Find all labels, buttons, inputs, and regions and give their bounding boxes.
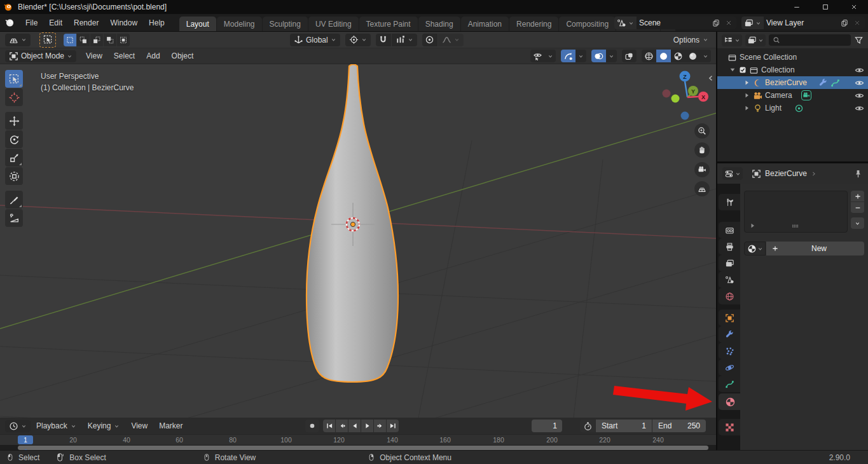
tab-rendering[interactable]: Rendering	[509, 17, 558, 31]
zoom-button[interactable]	[694, 123, 710, 139]
gizmos-dropdown[interactable]	[575, 50, 586, 62]
sidebar-collapse-icon[interactable]	[710, 76, 712, 81]
slot-specials-button[interactable]	[851, 217, 864, 229]
show-overlays-toggle[interactable]	[591, 50, 606, 62]
select-mode-invert-button[interactable]	[104, 34, 116, 46]
tool-move[interactable]	[5, 112, 23, 130]
tab-layout[interactable]: Layout	[179, 17, 216, 31]
playhead-marker[interactable]: 1	[18, 435, 33, 444]
tab-sculpting[interactable]: Sculpting	[263, 17, 308, 31]
show-gizmos-toggle[interactable]	[561, 50, 575, 62]
tab-render[interactable]	[719, 222, 740, 238]
viewport-menu-object[interactable]: Object	[166, 48, 200, 64]
maximize-button[interactable]	[811, 0, 839, 14]
transform-orientation-dropdown[interactable]: Global	[290, 34, 340, 46]
light-data-icon[interactable]	[794, 104, 804, 113]
expand-arrow-icon[interactable]	[743, 79, 750, 86]
outliner-search-box[interactable]	[769, 34, 851, 46]
outliner-display-mode-dropdown[interactable]	[722, 34, 742, 46]
viewport-menu-view[interactable]: View	[80, 48, 108, 64]
minimize-button[interactable]	[782, 0, 811, 14]
outliner-row-light[interactable]: Light	[717, 102, 868, 114]
shading-material-button[interactable]	[671, 50, 685, 62]
viewport-canvas[interactable]: Z Y X User Perspective (1) Collection | …	[0, 64, 716, 418]
outliner-row-camera[interactable]: Camera	[717, 89, 868, 102]
filter-funnel-icon[interactable]	[854, 36, 864, 45]
menu-edit[interactable]: Edit	[43, 14, 68, 31]
curve-data-icon[interactable]	[830, 78, 840, 88]
hide-eye-icon[interactable]	[855, 91, 864, 100]
tab-object[interactable]	[719, 310, 740, 326]
tab-physics[interactable]	[719, 359, 740, 376]
tool-measure[interactable]	[5, 209, 23, 227]
close-button[interactable]	[839, 0, 868, 14]
next-keyframe-button[interactable]	[374, 420, 386, 432]
active-tool-indicator[interactable]	[39, 32, 56, 48]
frame-start-field[interactable]: Start1	[596, 420, 652, 432]
editor-type-button[interactable]	[5, 34, 31, 46]
shading-solid-button[interactable]	[656, 50, 671, 62]
jump-to-start-button[interactable]	[323, 420, 335, 432]
scene-browse-button[interactable]	[614, 17, 637, 29]
jump-to-end-button[interactable]	[387, 420, 399, 432]
object-origin-point[interactable]	[350, 222, 355, 226]
scene-delete-button[interactable]	[722, 17, 736, 29]
shading-dropdown[interactable]	[700, 50, 711, 62]
outliner-filter-dropdown[interactable]	[745, 34, 766, 46]
outliner-row-collection[interactable]: Collection	[717, 64, 868, 76]
tool-select-box[interactable]	[5, 70, 23, 88]
timeline-menu-playback[interactable]: Playback	[31, 418, 82, 434]
tab-modeling[interactable]: Modeling	[217, 17, 262, 31]
expand-arrow-icon[interactable]	[729, 66, 736, 74]
hide-eye-icon[interactable]	[855, 78, 864, 88]
gizmo-neg-y-ball[interactable]	[672, 95, 680, 103]
material-slot-list[interactable]	[744, 191, 848, 233]
prev-keyframe-button[interactable]	[336, 420, 348, 432]
tab-view-layer[interactable]	[719, 255, 740, 271]
select-mode-subtract-button[interactable]	[90, 34, 103, 46]
gizmo-neg-x-ball[interactable]	[663, 90, 671, 98]
timeline-editor-type-button[interactable]	[5, 420, 31, 432]
tab-animation[interactable]: Animation	[461, 17, 509, 31]
expand-arrow-icon[interactable]	[743, 92, 750, 99]
tool-scale[interactable]	[5, 149, 23, 167]
current-frame-field[interactable]: 1	[532, 420, 562, 432]
slot-remove-button[interactable]	[851, 202, 864, 213]
list-resize-grip-icon[interactable]	[790, 221, 800, 231]
snap-settings-dropdown[interactable]	[392, 34, 417, 46]
tab-tool[interactable]	[719, 194, 740, 210]
view-layer-new-button[interactable]	[838, 17, 851, 29]
scene-name-field[interactable]: Scene	[637, 17, 710, 29]
menu-render[interactable]: Render	[68, 14, 104, 31]
tab-output[interactable]	[719, 238, 740, 255]
tab-particles[interactable]	[719, 343, 740, 359]
options-dropdown[interactable]: Options	[673, 36, 708, 44]
material-browse-button[interactable]	[744, 242, 766, 256]
shading-rendered-button[interactable]	[685, 50, 700, 62]
properties-editor-type-button[interactable]	[722, 167, 743, 180]
timeline-scrollbar[interactable]	[18, 446, 708, 450]
tool-cursor[interactable]	[5, 88, 23, 106]
viewport-menu-select[interactable]: Select	[108, 48, 141, 64]
timeline-menu-marker[interactable]: Marker	[153, 418, 188, 434]
snap-toggle-button[interactable]	[376, 34, 391, 46]
viewport-menu-add[interactable]: Add	[141, 48, 165, 64]
select-mode-set-button[interactable]	[64, 34, 76, 46]
shading-wireframe-button[interactable]	[642, 50, 656, 62]
tab-shading[interactable]: Shading	[418, 17, 460, 31]
menu-file[interactable]: File	[20, 14, 43, 31]
tab-world[interactable]	[719, 288, 740, 304]
pan-button[interactable]	[694, 142, 710, 158]
hide-eye-icon[interactable]	[855, 104, 864, 113]
timeline-ruler[interactable]: 20 40 60 80 100 120 140 160 180 200 220 …	[0, 434, 716, 445]
new-material-button[interactable]: New	[766, 242, 864, 256]
mode-dropdown[interactable]: Object Mode	[5, 50, 76, 62]
tool-annotate[interactable]	[5, 191, 23, 208]
object-visibility-dropdown[interactable]	[530, 50, 556, 62]
gizmo-neg-z-ball[interactable]	[681, 112, 689, 120]
view-layer-browse-button[interactable]	[741, 17, 764, 29]
play-button[interactable]	[361, 420, 373, 432]
view-layer-delete-button[interactable]	[851, 17, 865, 29]
select-mode-intersect-button[interactable]	[117, 34, 130, 46]
list-expand-icon[interactable]	[748, 222, 756, 229]
